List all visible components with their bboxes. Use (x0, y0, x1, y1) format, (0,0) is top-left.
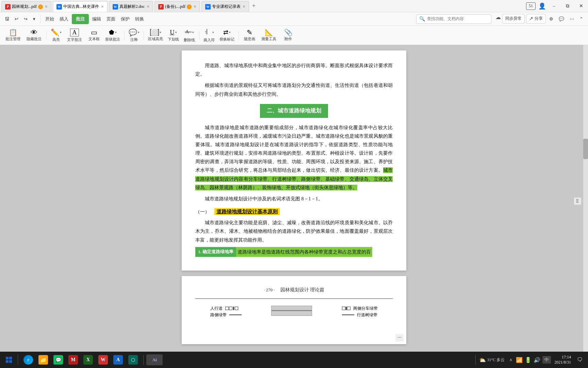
time-date[interactable]: 17:14 2021/8/31 (553, 355, 572, 365)
replace-symbol-button[interactable]: ⇄ ▾ 替换标记 (217, 27, 236, 44)
tab-tab2[interactable]: W中国古典...林史课件× (53, 1, 108, 12)
tab-tab1[interactable]: P园林规划...pdf!× (1, 1, 51, 12)
aa-button[interactable]: aa (574, 198, 581, 205)
tab-close-tab2[interactable]: × (101, 4, 104, 10)
window-account-icon[interactable]: 👤 (538, 2, 546, 10)
freehand-label: 随意画 (244, 36, 255, 42)
tab-tab4[interactable]: P(备份)....pdf!× (154, 1, 200, 12)
tray-expand-button[interactable]: ∧ (508, 357, 514, 363)
attachment-icon: 📎 (284, 29, 293, 36)
right-scrollbar[interactable] (583, 45, 588, 357)
toolbar2: 📋 批注管理 👁 隐藏批注 ✏️ ▾ 高亮 A 文字批注 ▭ 文本框 ⬟ ▾ 形… (0, 26, 588, 45)
files-icon: 📁 (38, 355, 48, 365)
collapse-button[interactable]: ⌃ (577, 14, 585, 24)
settings-button[interactable]: ⚙ (547, 14, 555, 24)
manage-annotation-button[interactable]: 📋 批注管理 (3, 27, 23, 44)
taskbar-app-wechat[interactable]: 💬 (51, 353, 65, 367)
start-sq4 (9, 360, 12, 363)
mendeley-icon: M (68, 355, 78, 365)
tab-close-tab5[interactable]: × (243, 4, 245, 10)
tab-close-tab4[interactable]: × (194, 4, 196, 10)
new-tab-button[interactable]: + (250, 2, 258, 10)
measure-button[interactable]: 📐 测量工具 (259, 27, 279, 44)
manage-annotation-icon: 📋 (9, 29, 17, 36)
note-icon: 💬 (129, 28, 137, 36)
tab-page[interactable]: 页面 (104, 14, 117, 24)
taskbar-app-other[interactable]: ⬡ (126, 353, 140, 367)
tab-icon-tab5: W (205, 4, 211, 10)
insert-symbol-arrow: ▾ (212, 31, 214, 34)
tab-insert[interactable]: 插入 (58, 14, 70, 24)
sync-label: 同步异常 (505, 16, 522, 21)
diagram-right-section: 两侧分车绿带 行道树绿带 (342, 306, 378, 318)
taskbar-app-browser[interactable]: e (21, 353, 35, 367)
tab-tab3[interactable]: W真题解析2.doc× (109, 1, 153, 12)
window-close-button[interactable]: ✕ (576, 1, 587, 12)
text-box-button[interactable]: ▭ 文本框 (85, 27, 102, 44)
insert-symbol-button[interactable]: ↑ ▾ 插入符 (201, 27, 217, 44)
weather-area[interactable]: ⛅ 31°C 多云 (478, 357, 506, 363)
note-button[interactable]: 💬 ▾ 注释 (127, 27, 142, 44)
other-icon: ⬡ (128, 355, 138, 365)
sync-button[interactable]: 同步异常 (502, 14, 525, 24)
page-menu-button[interactable]: ··· (395, 334, 404, 341)
comment-button[interactable]: 💬 (557, 14, 566, 24)
ime-ai-button[interactable]: Ai (146, 354, 163, 365)
undo-button[interactable]: ↩ (13, 14, 20, 24)
browser-icon: e (23, 355, 33, 365)
dropdown-button[interactable]: ▾ (31, 14, 37, 24)
attachment-button[interactable]: 📎 附件 (280, 27, 297, 44)
tab-annotate[interactable]: 批注 (72, 14, 89, 24)
volume-icon[interactable]: 🔊 (534, 357, 540, 363)
tab-close-tab3[interactable]: × (147, 4, 149, 10)
tab-label-tab3: 真题解析2.doc (119, 4, 145, 10)
taskbar-app-mendeley[interactable]: M (66, 353, 80, 367)
highlight-button[interactable]: ✏️ ▾ 高亮 (49, 27, 64, 44)
taskbar-app-excel[interactable]: X (81, 353, 95, 367)
notification-button[interactable]: 🗨 (574, 354, 585, 365)
separator4 (144, 31, 144, 40)
tab-close-tab1[interactable]: × (45, 4, 48, 10)
shape-annotation-label: 形状批注 (105, 37, 120, 42)
search-input[interactable] (427, 16, 488, 21)
tab-label-tab2: 中国古典...林史课件 (63, 4, 99, 10)
start-sq3 (6, 360, 9, 363)
ime-indicator[interactable]: 中 (542, 356, 551, 364)
weather-text: 31°C 多云 (487, 357, 505, 363)
window-maximize-button[interactable]: ⧉ (562, 1, 573, 12)
freehand-button[interactable]: ✎ 随意画 (241, 27, 258, 44)
sidewalk-label: 人行道 (210, 306, 223, 311)
share-button[interactable]: ↗ 分享 (526, 14, 546, 24)
search-icon: 🔍 (419, 16, 425, 22)
area-highlight-arrow: ▾ (160, 31, 161, 34)
taskbar-app-alist[interactable]: A (111, 353, 125, 367)
replace-symbol-icon: ⇄ (223, 29, 228, 36)
underline-button[interactable]: U ▾ 下划线 (166, 27, 181, 44)
more-button[interactable]: ⋯ (568, 14, 576, 24)
roadside-row: 路侧绿带 (210, 312, 242, 318)
text-annotation-button[interactable]: A 文字批注 (64, 27, 85, 44)
window-minimize-button[interactable]: – (549, 1, 559, 12)
tab-protect[interactable]: 保护 (119, 14, 132, 24)
taskbar-app-files[interactable]: 📁 (36, 353, 50, 367)
text-annotation-icon: A (70, 29, 79, 36)
dg-block2 (347, 307, 350, 310)
area-highlight-button[interactable]: ⬜ ▾ 区域高亮 (146, 27, 165, 44)
hide-annotation-button[interactable]: 👁 隐藏批注 (24, 27, 44, 44)
strikethrough-button[interactable]: A ▾ 删除线 (182, 27, 197, 44)
content-wrapper[interactable]: 用道路、城市绿地系统中和商业集中地区的步行街商荫等。断面形式根据具体设计要求而定… (0, 45, 588, 357)
subheading1: （一） 道路绿地规划设计基本原则 (195, 207, 393, 216)
tab-tab5[interactable]: W专业课程记录表× (201, 1, 249, 12)
redo-button[interactable]: ↪ (22, 14, 30, 24)
start-icon (6, 357, 12, 363)
shape-annotation-button[interactable]: ⬟ ▾ 形状批注 (103, 27, 122, 44)
save-button[interactable]: 🖫 (3, 14, 11, 24)
start-button[interactable] (3, 354, 15, 366)
battery-icon[interactable]: 🔋 (525, 357, 532, 363)
taskbar-app-wps[interactable]: W (96, 353, 110, 367)
network-icon[interactable]: 📶 (516, 357, 523, 363)
tab-edit[interactable]: 编辑 (90, 14, 103, 24)
tab-start[interactable]: 开始 (43, 14, 56, 24)
tab-convert[interactable]: 转换 (133, 14, 146, 24)
para3: 城市道路绿地规划设计中涉及的名词术语见图 8－1－1。 (195, 195, 393, 203)
